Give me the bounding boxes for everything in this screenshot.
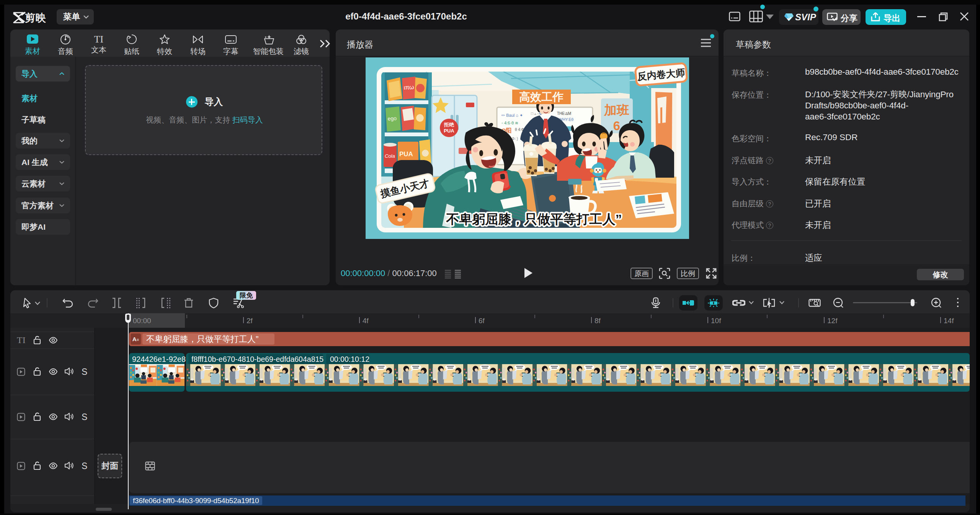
svg-text:不卑躬屈膝，只做平等打工人”: 不卑躬屈膝，只做平等打工人” — [446, 212, 622, 226]
svg-text:PUA: PUA — [399, 150, 413, 158]
svg-text:◦ 4:6·θ ≋: ◦ 4:6·θ ≋ — [501, 121, 518, 125]
svg-text:✏ Baul ⌂ ✦: ✏ Baul ⌂ ✦ — [501, 113, 523, 118]
svg-text:THE∶∆M: THE∶∆M — [557, 111, 571, 116]
svg-text:高效工作: 高效工作 — [519, 91, 564, 103]
svg-text:6: 6 — [613, 119, 620, 133]
svg-text:ego: ego — [387, 115, 397, 122]
svg-text:Cola: Cola — [385, 153, 395, 159]
svg-text:f8fff10b-e670-4810-be69-edfda6: f8fff10b-e670-4810-be69-edfda604a815 — [191, 355, 323, 363]
svg-text:加班: 加班 — [604, 103, 629, 117]
svg-text:00:00:10:12: 00:00:10:12 — [330, 355, 369, 363]
svg-text:PUA: PUA — [444, 128, 454, 134]
svg-text:拒绝: 拒绝 — [444, 122, 454, 128]
svg-text:924426e1-92e8-: 924426e1-92e8- — [132, 355, 188, 363]
svg-text:ιπω: ιπω — [403, 84, 414, 91]
